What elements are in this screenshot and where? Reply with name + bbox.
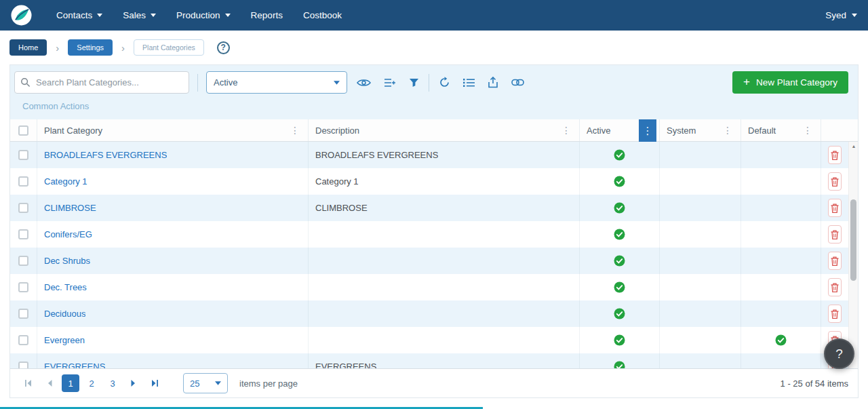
active-check-icon [614, 361, 625, 368]
page-size-dropdown[interactable]: 25 [183, 373, 228, 393]
plant-category-link[interactable]: Deciduous [44, 309, 85, 319]
row-checkbox[interactable] [18, 309, 28, 319]
nav-item-sales[interactable]: Sales [123, 10, 156, 20]
plant-category-link[interactable]: EVERGREENS [44, 362, 105, 368]
column-menu-button[interactable]: ⋮ [722, 125, 734, 135]
scrollbar-thumb[interactable] [850, 199, 856, 281]
column-menu-button-active[interactable]: ⋮ [639, 119, 656, 142]
user-menu[interactable]: Syed [825, 10, 857, 20]
row-checkbox[interactable] [18, 282, 28, 292]
page-button-1[interactable]: 1 [62, 374, 79, 392]
description-text: Category 1 [315, 176, 359, 187]
plant-category-link[interactable]: Dec. Trees [44, 282, 87, 292]
delete-button[interactable] [828, 146, 842, 164]
select-all-checkbox[interactable] [18, 125, 28, 136]
default-check-icon [775, 334, 787, 346]
help-fab-button[interactable]: ? [824, 338, 854, 369]
search-input[interactable] [14, 71, 189, 94]
table-body: BROADLEAFS EVERGREENS BROADLEAFS EVERGRE… [10, 142, 858, 368]
table-row: BROADLEAFS EVERGREENS BROADLEAFS EVERGRE… [10, 142, 858, 168]
page-button-2[interactable]: 2 [83, 374, 100, 392]
column-menu-button[interactable]: ⋮ [560, 125, 572, 135]
column-menu-button[interactable]: ⋮ [802, 125, 814, 135]
active-check-icon [614, 255, 625, 267]
filter-icon [409, 77, 419, 87]
column-settings-icon [384, 77, 396, 88]
row-checkbox[interactable] [18, 176, 28, 187]
next-page-button[interactable] [125, 374, 142, 392]
breadcrumb-current: Plant Categories [134, 39, 204, 56]
breadcrumb-home[interactable]: Home [9, 39, 47, 56]
nav-item-contacts[interactable]: Contacts [56, 10, 102, 20]
nav-item-label: Costbook [303, 10, 342, 20]
page: Contacts Sales Production Reports Costbo… [0, 0, 868, 409]
delete-button[interactable] [828, 305, 842, 323]
nav-item-reports[interactable]: Reports [251, 10, 283, 20]
row-checkbox[interactable] [18, 203, 28, 213]
plant-category-link[interactable]: Dec Shrubs [44, 256, 90, 266]
row-checkbox[interactable] [18, 362, 28, 368]
status-filter-dropdown[interactable]: Active [206, 71, 347, 94]
column-settings-button[interactable] [382, 76, 397, 90]
new-plant-category-button[interactable]: + New Plant Category [732, 71, 848, 94]
divider [197, 74, 198, 92]
chevron-down-icon [334, 81, 340, 85]
table-row: CLIMBROSE CLIMBROSE [10, 195, 858, 221]
active-check-icon [614, 149, 625, 161]
delete-button[interactable] [828, 252, 842, 270]
row-checkbox[interactable] [18, 150, 28, 160]
list-icon [463, 78, 475, 87]
common-actions-menu[interactable]: Common Actions [10, 100, 858, 119]
pagination-bar: 1 2 3 25 items per page 1 - 25 of 54 ite… [10, 368, 858, 397]
page-size-value: 25 [190, 378, 199, 389]
nav-item-production[interactable]: Production [176, 10, 231, 20]
visibility-button[interactable] [355, 77, 372, 89]
filter-button[interactable] [408, 76, 420, 89]
new-plant-category-label: New Plant Category [756, 77, 837, 87]
plant-category-link[interactable]: BROADLEAFS EVERGREENS [44, 150, 167, 160]
row-checkbox[interactable] [18, 229, 28, 239]
list-view-button[interactable] [462, 77, 476, 89]
delete-button[interactable] [828, 172, 842, 191]
export-icon [488, 77, 498, 88]
help-icon[interactable]: ? [217, 41, 230, 54]
breadcrumb-separator: › [56, 43, 59, 53]
trash-icon [831, 309, 839, 319]
plus-icon: + [743, 76, 750, 87]
row-checkbox[interactable] [18, 256, 28, 266]
page-button-3[interactable]: 3 [104, 374, 121, 392]
link-icon [511, 79, 524, 86]
column-menu-button[interactable]: ⋮ [289, 125, 301, 135]
first-page-button[interactable] [20, 374, 37, 392]
delete-button[interactable] [828, 225, 842, 244]
refresh-button[interactable] [437, 75, 452, 90]
grid-card: Active [9, 64, 859, 398]
export-button[interactable] [486, 75, 500, 90]
vertical-scrollbar[interactable]: ▲ [848, 142, 858, 368]
next-page-icon [130, 379, 137, 387]
row-checkbox[interactable] [18, 335, 28, 345]
search-wrap [14, 71, 189, 94]
previous-page-icon [46, 379, 53, 387]
plant-category-link[interactable]: Category 1 [44, 176, 87, 187]
plant-category-link[interactable]: Conifers/EG [44, 229, 92, 239]
plant-category-link[interactable]: CLIMBROSE [44, 203, 96, 213]
previous-page-button[interactable] [41, 374, 58, 392]
column-header-description: Description [315, 125, 359, 136]
app-logo[interactable] [11, 5, 32, 26]
link-button[interactable] [510, 77, 526, 87]
action-icon-group [437, 75, 526, 90]
first-page-icon [24, 379, 33, 387]
delete-button[interactable] [828, 278, 842, 296]
plant-category-link[interactable]: Evergreen [44, 335, 85, 345]
delete-button[interactable] [828, 199, 842, 217]
user-name: Syed [825, 10, 846, 20]
breadcrumb-settings[interactable]: Settings [68, 39, 113, 56]
nav-item-costbook[interactable]: Costbook [303, 10, 342, 20]
scroll-up-icon[interactable]: ▲ [849, 144, 858, 149]
breadcrumb-separator: › [121, 43, 125, 53]
active-check-icon [614, 281, 625, 293]
table-row: EVERGREENS EVERGREENS [10, 353, 858, 368]
last-page-button[interactable] [146, 374, 163, 392]
chevron-down-icon [852, 14, 857, 17]
